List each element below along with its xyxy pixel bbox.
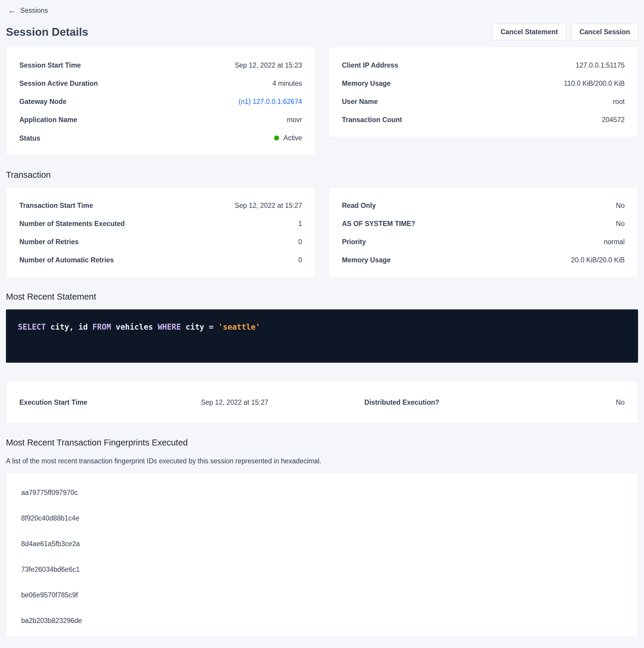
detail-row: Application Name movr [19,116,302,124]
detail-row: Transaction Start Time Sep 12, 2022 at 1… [19,202,302,210]
breadcrumb[interactable]: ← Sessions [6,5,638,15]
detail-label: Transaction Start Time [19,202,93,210]
transaction-card-right: Read Only No AS OF SYSTEM TIME? No Prior… [329,187,638,277]
session-details-page: ← Sessions Session Details Cancel Statem… [0,0,644,637]
fingerprint-item: be06e9570f785c9f [21,591,625,599]
detail-row: Client IP Address 127.0.0.1:51175 [342,61,625,69]
fingerprints-card: aa79775ff097970c 8f920c40d88b1c4e 8d4ae6… [6,473,638,637]
fingerprint-item: 73fe26034bd6e6c1 [21,565,625,574]
transaction-section-heading: Transaction [6,170,638,180]
detail-value: normal [604,238,625,246]
sql-keyword: FROM [92,323,111,331]
detail-value: 110.0 KiB/200.0 KiB [564,79,625,88]
detail-label: Client IP Address [342,61,398,69]
detail-label: User Name [342,98,378,106]
sql-text: city, id [46,323,93,331]
sql-statement: SELECT city, id FROM vehicles WHERE city… [18,323,626,331]
cancel-statement-button[interactable]: Cancel Statement [492,24,566,40]
status-badge: Active [274,134,302,142]
breadcrumb-label: Sessions [20,7,48,15]
detail-value: 0 [298,238,302,246]
sql-text: vehicles [111,323,158,331]
detail-label: Status [19,134,40,142]
transaction-card-left: Transaction Start Time Sep 12, 2022 at 1… [6,187,315,277]
detail-value: Sep 12, 2022 at 15:27 [235,202,302,210]
execution-card: Execution Start Time Sep 12, 2022 at 15:… [6,381,638,424]
detail-label: Number of Retries [19,238,78,246]
detail-value: 20.0 KiB/20.0 KiB [571,256,625,264]
detail-value: root [613,98,625,106]
detail-label: Session Active Duration [19,79,98,88]
detail-value: No [534,398,625,407]
detail-row: Number of Statements Executed 1 [19,220,302,228]
detail-row: Transaction Count 204572 [342,116,625,124]
detail-value: 204572 [602,116,625,124]
status-dot-icon [274,136,279,141]
detail-row: Session Active Duration 4 minutes [19,79,302,88]
detail-label: Distributed Execution? [364,398,534,407]
session-summary-cards: Session Start Time Sep 12, 2022 at 15:23… [6,47,638,156]
detail-label: AS OF SYSTEM TIME? [342,220,415,228]
header-actions: Cancel Statement Cancel Session [492,24,638,40]
detail-label: Memory Usage [342,256,391,264]
detail-row: Priority normal [342,238,625,246]
fingerprint-item: 8d4ae61a5fb3ce2a [21,540,625,548]
detail-row: Session Start Time Sep 12, 2022 at 15:23 [19,61,302,69]
fingerprint-item: 8f920c40d88b1c4e [21,514,625,522]
detail-value: Sep 12, 2022 at 15:23 [235,61,302,69]
detail-label: Read Only [342,202,376,210]
sql-text: city = [181,323,218,331]
statement-section-heading: Most Recent Statement [6,292,638,302]
detail-label: Gateway Node [19,98,67,106]
detail-value: 1 [298,220,302,228]
sql-string-literal: 'seattle' [218,323,260,331]
status-text: Active [283,134,302,142]
detail-row: Number of Retries 0 [19,238,302,246]
detail-label: Execution Start Time [19,398,201,407]
detail-label: Application Name [19,116,77,124]
detail-label: Session Start Time [19,61,81,69]
detail-value: 4 minutes [272,79,302,88]
session-card-right: Client IP Address 127.0.0.1:51175 Memory… [329,47,638,137]
detail-row: Memory Usage 110.0 KiB/200.0 KiB [342,79,625,88]
detail-value: No [616,202,625,210]
page-title: Session Details [6,26,89,39]
detail-row: Number of Automatic Retries 0 [19,256,302,264]
fingerprints-section-heading: Most Recent Transaction Fingerprints Exe… [6,438,638,447]
page-header: Session Details Cancel Statement Cancel … [6,24,638,40]
detail-value: movr [287,116,302,124]
sql-keyword: WHERE [158,323,181,331]
transaction-cards: Transaction Start Time Sep 12, 2022 at 1… [6,187,638,277]
detail-label: Memory Usage [342,79,391,88]
cancel-session-button[interactable]: Cancel Session [571,24,638,40]
sql-statement-block: SELECT city, id FROM vehicles WHERE city… [6,309,638,363]
detail-value: Sep 12, 2022 at 15:27 [201,398,364,407]
sql-keyword: SELECT [18,323,46,331]
detail-row: User Name root [342,98,625,106]
detail-row: Status Active [19,134,302,142]
gateway-node-link[interactable]: (n1) 127.0.0.1:62674 [238,98,302,106]
detail-label: Priority [342,238,366,246]
detail-label: Number of Statements Executed [19,220,125,228]
detail-value: 127.0.0.1:51175 [576,61,625,69]
detail-label: Number of Automatic Retries [19,256,114,264]
fingerprint-item: ba2b203b823296de [21,617,625,625]
detail-row: AS OF SYSTEM TIME? No [342,220,625,228]
fingerprint-item: aa79775ff097970c [21,489,625,497]
detail-value: 0 [298,256,302,264]
detail-row: Memory Usage 20.0 KiB/20.0 KiB [342,256,625,264]
session-card-left: Session Start Time Sep 12, 2022 at 15:23… [6,47,315,156]
fingerprints-description: A list of the most recent transaction fi… [6,457,638,465]
back-arrow-icon: ← [8,7,16,14]
detail-row: Gateway Node (n1) 127.0.0.1:62674 [19,98,302,106]
detail-row: Read Only No [342,202,625,210]
detail-value: No [616,220,625,228]
detail-label: Transaction Count [342,116,402,124]
